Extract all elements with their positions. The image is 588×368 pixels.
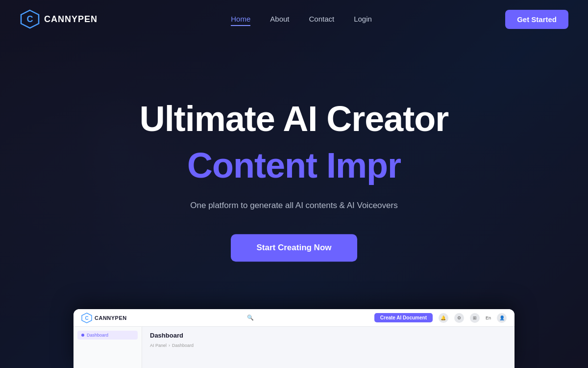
nav-link-login[interactable]: Login	[354, 15, 372, 23]
hero-title-main: Ultimate AI Creator	[10, 100, 578, 138]
dashboard-expand-icon[interactable]: ⊞	[470, 313, 480, 323]
logo-icon: C	[20, 9, 40, 29]
nav-item-home[interactable]: Home	[231, 15, 250, 24]
breadcrumb-home: AI Panel	[150, 343, 167, 348]
svg-text:C: C	[27, 14, 33, 24]
dashboard-notification-icon[interactable]: 🔔	[439, 313, 448, 323]
dashboard-lang[interactable]: En	[486, 315, 491, 320]
dashboard-main: Dashboard AI Panel › Dashboard	[142, 327, 514, 368]
breadcrumb: AI Panel › Dashboard	[150, 343, 507, 348]
nav-link-contact[interactable]: Contact	[309, 15, 334, 23]
hero-description: One platform to generate all AI contents…	[10, 201, 578, 211]
dashboard-page-title: Dashboard	[150, 332, 507, 339]
hero-title-sub: Content Impr	[10, 146, 578, 185]
nav-link-home[interactable]: Home	[231, 15, 250, 26]
nav-item-about[interactable]: About	[270, 15, 289, 24]
dashboard-create-button[interactable]: Create AI Document	[374, 313, 433, 322]
navbar: C CANNYPEN Home About Contact Login Get …	[0, 0, 588, 38]
dashboard-logo: C CANNYPEN	[81, 313, 127, 323]
dashboard-sidebar: Dashboard	[74, 327, 142, 368]
get-started-button[interactable]: Get Started	[505, 10, 568, 29]
nav-item-login[interactable]: Login	[354, 15, 372, 24]
breadcrumb-current: Dashboard	[172, 343, 194, 348]
breadcrumb-separator: ›	[169, 343, 170, 348]
logo-link[interactable]: C CANNYPEN	[20, 9, 98, 29]
hero-section: Ultimate AI Creator Content Impr One pla…	[0, 100, 588, 262]
dashboard-logo-text: CANNYPEN	[95, 315, 127, 321]
dashboard-search-icon[interactable]: 🔍	[247, 315, 254, 321]
sidebar-dashboard-label: Dashboard	[87, 333, 108, 338]
dashboard-settings-icon[interactable]: ⚙	[454, 313, 464, 323]
dashboard-preview: C CANNYPEN 🔍 Create AI Document 🔔 ⚙ ⊞ En…	[74, 309, 514, 368]
logo-text: CANNYPEN	[44, 14, 98, 25]
dashboard-topbar: C CANNYPEN 🔍 Create AI Document 🔔 ⚙ ⊞ En…	[74, 309, 514, 327]
sidebar-active-dot	[81, 334, 84, 337]
sidebar-item-dashboard[interactable]: Dashboard	[77, 331, 138, 340]
dashboard-logo-icon: C	[81, 313, 92, 323]
start-creating-button[interactable]: Start Creating Now	[231, 235, 357, 262]
dashboard-body: Dashboard Dashboard AI Panel › Dashboard	[74, 327, 514, 368]
nav-item-contact[interactable]: Contact	[309, 15, 334, 24]
svg-text:C: C	[85, 315, 88, 321]
nav-links: Home About Contact Login	[231, 15, 372, 24]
nav-link-about[interactable]: About	[270, 15, 289, 23]
dashboard-user-avatar[interactable]: 👤	[497, 313, 507, 323]
